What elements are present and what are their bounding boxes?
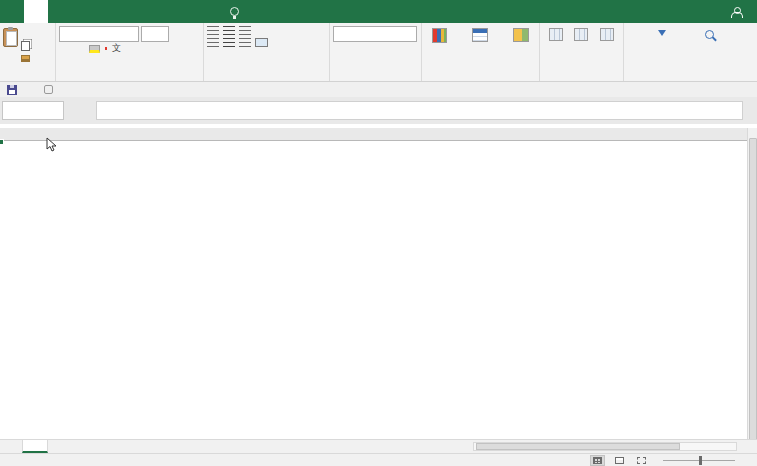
tab-view[interactable] [168,0,192,23]
align-middle-icon[interactable] [223,26,235,35]
tab-formulas[interactable] [96,0,120,23]
number-group [330,23,422,81]
fill-color-button[interactable] [89,45,100,53]
font-size-combo[interactable] [141,26,169,42]
font-group: 文 [56,23,204,81]
zoom-slider[interactable] [663,460,735,461]
normal-view-button[interactable] [590,455,605,466]
fill-button[interactable] [627,40,631,53]
column-headers [0,128,747,141]
person-icon [731,7,741,17]
sheet-tab-sheet1[interactable] [22,440,48,453]
insert-cells-button[interactable] [549,26,563,69]
sheet-tab-bar [0,439,757,453]
tab-review[interactable] [144,0,168,23]
worksheet-grid [0,128,747,439]
find-select-button[interactable] [685,26,733,69]
copy-button[interactable] [20,39,31,52]
ribbon-home: 文 [0,23,757,82]
new-sheet-button[interactable] [48,440,64,453]
tab-file[interactable] [0,0,24,23]
merge-center-icon [255,38,268,47]
format-as-table-button[interactable] [460,26,500,69]
page-layout-view-button[interactable] [612,455,627,466]
formula-bar [0,97,757,124]
tab-developer[interactable] [192,0,216,23]
cells-group [540,23,624,81]
paste-icon [3,28,18,47]
touch-mode-icon[interactable] [44,85,53,94]
tab-page-layout[interactable] [72,0,96,23]
formula-input-wrap [96,101,743,120]
delete-cells-icon [574,28,588,41]
sort-filter-button[interactable] [634,26,682,69]
horizontal-scroll-track[interactable] [473,442,737,451]
align-top-icon[interactable] [207,26,219,35]
tab-home[interactable] [24,0,48,23]
format-cells-button[interactable] [600,26,614,69]
page-break-icon [637,457,646,464]
conditional-formatting-icon [432,28,447,43]
align-bottom-icon[interactable] [239,26,251,35]
format-painter-icon [21,55,30,62]
tab-insert[interactable] [48,0,72,23]
autosum-button[interactable] [627,26,631,39]
format-cells-icon [600,28,614,41]
phonetic-guide-button[interactable]: 文 [112,44,121,53]
formula-input[interactable] [97,105,742,117]
normal-view-icon [593,457,602,464]
share-button[interactable] [731,0,757,23]
tab-data[interactable] [120,0,144,23]
horizontal-scroll-thumb[interactable] [476,443,680,450]
font-color-button[interactable] [105,47,107,50]
page-layout-icon [615,457,624,464]
insert-cells-icon [549,28,563,41]
magnifier-icon [705,30,714,39]
align-left-icon[interactable] [207,38,219,47]
paste-button[interactable] [3,26,18,69]
conditional-formatting-button[interactable] [432,26,447,69]
quick-access-toolbar [0,82,757,97]
zoom-slider-thumb[interactable] [699,456,702,465]
cell-styles-icon [513,28,529,42]
clear-button[interactable] [627,54,631,67]
number-format-combo[interactable] [333,26,417,42]
cell-styles-button[interactable] [513,26,529,69]
name-box[interactable] [2,101,64,120]
editing-group [624,23,757,81]
align-right-icon[interactable] [239,38,251,47]
styles-group [422,23,540,81]
save-icon[interactable] [7,85,17,95]
lightbulb-icon [230,7,239,16]
selected-cell-J10[interactable] [0,141,4,145]
alignment-group [204,23,330,81]
ribbon-tab-bar [0,0,757,23]
delete-cells-button[interactable] [574,26,588,69]
copy-icon [21,41,30,51]
vertical-scroll-thumb[interactable] [749,138,757,445]
font-name-combo[interactable] [59,26,139,42]
vertical-scrollbar[interactable] [747,128,757,446]
name-box-input[interactable] [3,105,49,117]
sort-filter-icon [652,28,665,42]
align-center-icon[interactable] [223,38,235,47]
format-painter-button[interactable] [20,52,31,65]
horizontal-scrollbar[interactable] [467,440,757,453]
page-break-view-button[interactable] [634,455,649,466]
tell-me-box[interactable] [230,0,244,23]
status-bar [0,453,757,466]
clipboard-group [0,23,56,81]
format-as-table-icon [472,28,488,42]
